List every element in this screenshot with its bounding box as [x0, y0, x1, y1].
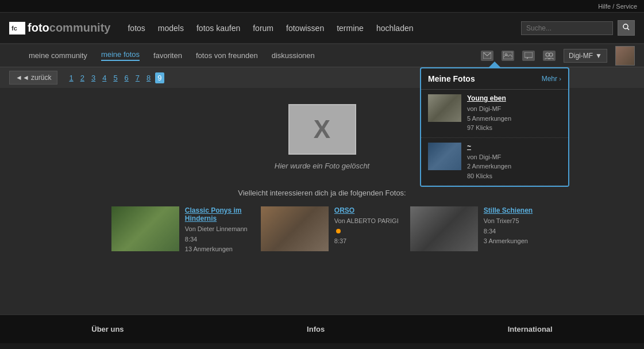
- back-button[interactable]: ◄◄ zurück: [9, 71, 57, 85]
- dropdown-mehr-link[interactable]: Mehr ›: [542, 75, 561, 83]
- sub-nav-right: Digi-MF ▼: [481, 46, 635, 66]
- dropdown-header: Meine Fotos Mehr ›: [421, 68, 568, 90]
- header: fc fotocommunity fotos models fotos kauf…: [0, 13, 644, 44]
- suggestion-meta-3: Von Trixer75 8:34 3 Anmerkungen: [484, 216, 533, 247]
- dropdown-panel: Meine Fotos Mehr › Young eben von Digi-M…: [420, 67, 569, 187]
- page-8[interactable]: 8: [144, 72, 153, 83]
- photo-meta-2: von Digi-MF 2 Anmerkungen 80 Klicks: [467, 152, 561, 181]
- suggestion-info-1: Classic Ponys im Hindernis Von Dieter Li…: [185, 206, 249, 255]
- dropdown-arrow: [488, 62, 502, 68]
- photo-title-1[interactable]: Young eben: [467, 94, 561, 102]
- user-menu[interactable]: Digi-MF ▼: [564, 49, 607, 63]
- photo-title-2[interactable]: ~: [467, 143, 561, 151]
- photo-info-2: ~ von Digi-MF 2 Anmerkungen 80 Klicks: [467, 143, 561, 181]
- svg-rect-7: [525, 52, 533, 57]
- page-4[interactable]: 4: [100, 72, 109, 83]
- logo-text: fotocommunity: [28, 21, 110, 34]
- hilfe-service-link[interactable]: Hilfe / Service: [598, 3, 637, 10]
- suggestion-title-2[interactable]: ORSO: [334, 206, 399, 214]
- suggestions-grid: Classic Ponys im Hindernis Von Dieter Li…: [17, 206, 627, 255]
- nav-fotos[interactable]: fotos: [128, 24, 145, 33]
- suggestion-title-1[interactable]: Classic Ponys im Hindernis: [185, 206, 249, 223]
- logo-icon: fc: [9, 22, 25, 34]
- suggestion-item-2: ORSO Von ALBERTO PARIGI 8:37: [261, 206, 399, 255]
- suggestion-meta-1: Von Dieter Linnemann 8:34 13 Anmerkungen: [185, 224, 249, 255]
- logo[interactable]: fc fotocommunity: [9, 21, 110, 34]
- page-numbers: 1 2 3 4 5 6 7 8 9: [67, 72, 164, 83]
- suggestion-thumb-3[interactable]: [410, 206, 478, 251]
- page-2[interactable]: 2: [78, 72, 87, 83]
- svg-point-8: [546, 53, 549, 56]
- main-nav: fotos models fotos kaufen forum fotowiss…: [128, 24, 521, 33]
- suggestions-title: Vielleicht interessieren dich ja die fol…: [17, 189, 627, 197]
- user-name: Digi-MF: [569, 52, 593, 60]
- photo-meta-1: von Digi-MF 5 Anmerkungen 97 Klicks: [467, 104, 561, 133]
- page-7[interactable]: 7: [133, 72, 142, 83]
- top-bar: Hilfe / Service: [0, 0, 644, 13]
- search-input[interactable]: [521, 21, 613, 35]
- page-5[interactable]: 5: [111, 72, 119, 83]
- suggestion-thumb-2[interactable]: [261, 206, 329, 251]
- page-1[interactable]: 1: [67, 72, 75, 83]
- search-icon: [623, 24, 630, 30]
- photo-info-1: Young eben von Digi-MF 5 Anmerkungen 97 …: [467, 94, 561, 133]
- dropdown-title: Meine Fotos: [428, 74, 475, 83]
- sub-nav: meine community meine fotos favoriten fo…: [0, 44, 644, 67]
- search-button[interactable]: [618, 20, 635, 36]
- page-6[interactable]: 6: [122, 72, 131, 83]
- subnav-diskussionen[interactable]: diskussionen: [272, 51, 315, 60]
- dropdown-photo-item-2: ~ von Digi-MF 2 Anmerkungen 80 Klicks: [421, 138, 568, 186]
- suggestion-info-3: Stille Schienen Von Trixer75 8:34 3 Anme…: [484, 206, 533, 255]
- comments-icon[interactable]: [522, 51, 535, 61]
- nav-fotos-kaufen[interactable]: fotos kaufen: [196, 24, 240, 33]
- subnav-meine-fotos[interactable]: meine fotos: [101, 50, 140, 61]
- footer-infos[interactable]: Infos: [307, 325, 325, 333]
- nav-fotowissen[interactable]: fotowissen: [286, 24, 324, 33]
- contacts-icon[interactable]: [543, 51, 556, 61]
- photos-icon[interactable]: [502, 51, 514, 61]
- photo-thumb-2[interactable]: [428, 143, 461, 170]
- page-3[interactable]: 3: [89, 72, 98, 83]
- header-right: [521, 20, 635, 36]
- nav-termine[interactable]: termine: [337, 24, 364, 33]
- user-avatar[interactable]: [615, 46, 635, 66]
- subnav-favoriten[interactable]: favoriten: [153, 51, 182, 60]
- svg-text:fc: fc: [11, 25, 17, 32]
- deleted-photo-placeholder: X: [288, 104, 356, 155]
- online-indicator: [336, 229, 341, 233]
- suggestion-title-3[interactable]: Stille Schienen: [484, 206, 533, 214]
- suggestion-item-3: Stille Schienen Von Trixer75 8:34 3 Anme…: [410, 206, 533, 255]
- svg-point-2: [623, 24, 628, 29]
- footer-international[interactable]: International: [508, 325, 553, 333]
- dropdown-arrow-icon: ▼: [595, 52, 602, 60]
- suggestion-item-1: Classic Ponys im Hindernis Von Dieter Li…: [111, 206, 249, 255]
- subnav-fotos-von-freunden[interactable]: fotos von freunden: [196, 51, 258, 60]
- suggestion-thumb-1[interactable]: [111, 206, 179, 251]
- main-content: ◄◄ zurück 1 2 3 4 5 6 7 8 9 X Hier wurde…: [0, 67, 644, 315]
- page-9[interactable]: 9: [155, 72, 164, 83]
- svg-point-9: [549, 53, 553, 56]
- nav-hochladen[interactable]: hochladen: [376, 24, 414, 33]
- svg-line-3: [627, 28, 629, 30]
- footer-ueber-uns[interactable]: Über uns: [91, 325, 124, 333]
- messages-icon[interactable]: [481, 51, 493, 61]
- deleted-photo-label: Hier wurde ein Foto gelöscht: [275, 162, 369, 170]
- photo-thumb-1[interactable]: [428, 94, 461, 122]
- suggestions: Vielleicht interessieren dich ja die fol…: [0, 179, 644, 264]
- nav-forum[interactable]: forum: [253, 24, 273, 33]
- subnav-meine-community[interactable]: meine community: [29, 51, 87, 60]
- suggestion-meta-2: Von ALBERTO PARIGI 8:37: [334, 216, 399, 247]
- nav-models[interactable]: models: [158, 24, 184, 33]
- suggestion-info-2: ORSO Von ALBERTO PARIGI 8:37: [334, 206, 399, 255]
- footer: Über uns Infos International: [0, 315, 644, 343]
- dropdown-photo-item-1: Young eben von Digi-MF 5 Anmerkungen 97 …: [421, 90, 568, 138]
